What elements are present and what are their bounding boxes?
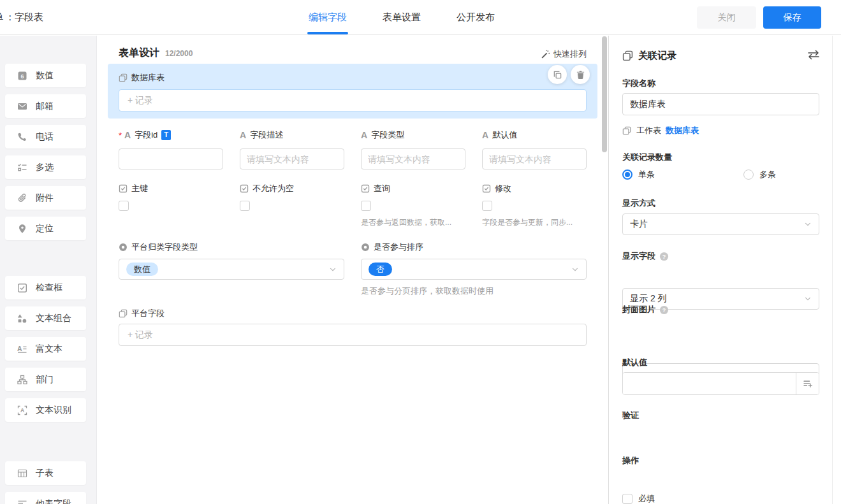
delete-field-button[interactable] [571,65,590,84]
sidebar-item-label: 部门 [36,374,54,385]
platform-type-select[interactable]: 数值 [119,259,344,280]
window-title: 单 ：字段表 [0,11,43,24]
radio-circle[interactable] [622,169,633,180]
sidebar-item-richtext[interactable]: A 富文本 [5,337,86,361]
attachment-icon [17,193,27,203]
tab-edit-fields[interactable]: 编辑字段 [307,0,348,35]
radio-circle[interactable] [743,169,754,180]
default-value-group [622,372,819,395]
select-type-icon [361,243,370,252]
sort-participate-column: 是否参与排序 否 是否参与分页排序，获取数据时使用 [361,242,603,297]
default-value-label: 默认值 [622,357,819,368]
sidebar-item-subtable[interactable]: 子表 [5,461,86,485]
sidebar-item-label: 他表字段 [36,498,71,504]
form-design-canvas: 表单设计 12/2000 快速排列 数据库表 + 记录 * A 字段id T [98,36,601,504]
field-label: 字段id [135,129,157,141]
relation-icon [622,126,632,136]
sidebar-item-other-table-field[interactable]: 他表字段 [5,492,86,504]
swap-field-type-icon[interactable] [807,50,821,61]
pick-record-button[interactable] [796,373,819,394]
tab-publish[interactable]: 公开发布 [455,0,496,35]
field-type-column: A 字段类型 [361,130,482,169]
required-asterisk: * [119,131,122,140]
display-mode-label: 显示方式 [622,198,819,209]
sidebar-item-label: 文本识别 [36,405,71,416]
field-desc-column: A 字段描述 [240,130,361,169]
display-mode-select[interactable]: 卡片 [622,213,819,235]
main-scrollbar[interactable] [601,36,608,504]
default-value-column: A 默认值 [482,130,603,169]
sidebar-item-label: 电话 [36,131,54,143]
sidebar-item-department[interactable]: 部门 [5,368,86,391]
sidebar-item-email[interactable]: 邮箱 [5,94,86,118]
text-type-icon: A [124,131,131,140]
required-checkbox[interactable] [622,494,633,504]
field-helper: 是否参与返回数据，获取... [361,217,477,228]
field-id-input[interactable] [119,148,223,169]
worksheet-row: 工作表 数据库表 [622,125,819,136]
chevron-down-icon [803,294,812,303]
copy-field-button[interactable] [548,65,567,84]
checkbox-type-icon [119,184,128,193]
title-cut-fragment: 单 [0,11,5,24]
help-icon[interactable]: ? [659,305,669,315]
sidebar-item-ocr[interactable]: A 文本识别 [5,398,86,422]
text-type-icon: A [240,131,246,140]
svg-text:?: ? [662,306,666,313]
field-label: 修改 [495,183,511,194]
panel-title: 关联记录 [638,50,676,62]
field-name-input[interactable] [622,93,819,115]
checkbox-icon [17,283,27,293]
operations-label: 操作 [622,455,819,466]
radio-single[interactable]: 单条 [622,169,655,180]
worksheet-link[interactable]: 数据库表 [666,125,699,136]
selected-tag: 否 [369,263,392,277]
field-type-input[interactable] [361,148,465,169]
text-field-row: * A 字段id T A 字段描述 A 字段类型 A 默认值 [119,130,603,169]
sidebar-item-label: 定位 [36,223,54,234]
sidebar-item-checkbox[interactable]: 检查框 [5,276,86,299]
subtable-icon [17,468,27,479]
sidebar-item-phone[interactable]: 电话 [5,125,86,148]
default-value-input[interactable] [482,148,587,169]
trash-icon [576,70,585,80]
close-button[interactable]: 关闭 [697,6,756,29]
modify-checkbox[interactable] [482,201,492,211]
field-label: 字段描述 [250,129,283,141]
query-checkbox[interactable] [361,201,371,211]
tab-form-settings[interactable]: 表单设置 [381,0,422,35]
add-record-input[interactable]: + 记录 [119,89,587,112]
sidebar-item-location[interactable]: 定位 [5,217,86,240]
svg-text:6: 6 [20,73,24,79]
default-value-input[interactable] [623,373,796,394]
scrollbar-thumb[interactable] [602,36,607,152]
select-type-icon [119,243,128,252]
field-name-label: 字段名称 [622,78,819,89]
checkbox-field-row: 主键 不允许为空 查询 是否参与返回数据，获取... 修改 [119,184,603,228]
sidebar-item-attachment[interactable]: 附件 [5,186,86,210]
sort-participate-select[interactable]: 否 [361,259,587,280]
not-null-checkbox[interactable] [240,201,250,211]
help-icon[interactable]: ? [659,252,669,261]
sidebar-item-number[interactable]: 6 数值 [5,64,86,87]
primary-key-checkbox[interactable] [119,201,129,211]
sidebar-item-label: 多选 [36,162,54,173]
field-type-sidebar: 6 数值 邮箱 电话 多选 附件 定位 检查框 文本 [0,36,97,504]
chevron-down-icon [571,265,580,274]
field-label: 查询 [374,183,390,194]
selected-field-label: 数据库表 [131,72,165,83]
radio-multiple[interactable]: 多条 [743,169,776,180]
magic-wand-icon [541,50,550,59]
field-desc-input[interactable] [240,148,344,169]
sidebar-item-multiselect[interactable]: 多选 [5,155,86,179]
sidebar-item-text-combo[interactable]: 文本组合 [5,306,86,330]
save-button[interactable]: 保存 [763,6,821,29]
ocr-icon: A [17,405,27,415]
sidebar-item-label: 邮箱 [36,101,54,112]
field-type-group-tables: 子表 他表字段 [0,461,96,504]
selected-field-card[interactable]: 数据库表 + 记录 [108,64,597,119]
sidebar-item-label: 检查框 [36,282,62,294]
quick-arrange-button[interactable]: 快速排列 [541,48,587,60]
checkbox-type-icon [240,184,249,193]
platform-field-add-record[interactable]: + 记录 [119,324,587,346]
